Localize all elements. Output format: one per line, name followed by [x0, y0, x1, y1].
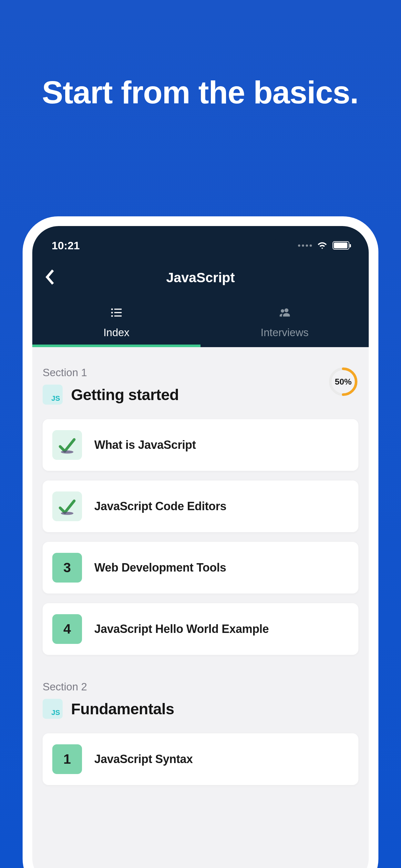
cellular-icon [298, 244, 312, 247]
tab-label: Index [103, 327, 129, 339]
section-label: Section 2 [42, 681, 174, 693]
lesson-item[interactable]: 3 Web Development Tools [42, 542, 359, 593]
battery-icon [333, 241, 349, 250]
lesson-title: JavaScript Hello World Example [94, 622, 269, 636]
svg-rect-1 [114, 308, 122, 310]
svg-rect-3 [114, 312, 122, 313]
list-icon [110, 306, 123, 321]
lesson-title: JavaScript Syntax [94, 752, 193, 766]
status-time: 10:21 [52, 239, 80, 252]
lesson-number-icon: 1 [52, 744, 82, 774]
svg-point-6 [284, 308, 288, 312]
header-bar: JavaScript [32, 258, 369, 297]
people-icon [278, 306, 291, 321]
lesson-title: JavaScript Code Editors [94, 500, 226, 513]
svg-point-10 [61, 451, 73, 454]
svg-point-11 [61, 512, 73, 515]
lesson-item[interactable]: 4 JavaScript Hello World Example [42, 603, 359, 655]
tabs: Index Interviews [32, 297, 369, 347]
js-badge-icon: JS [42, 699, 63, 719]
section-header: Section 1 JS Getting started 50% [42, 367, 359, 405]
section-label: Section 1 [42, 367, 179, 379]
checkmark-icon [52, 430, 82, 460]
phone-screen: 10:21 JavaScript Index [32, 226, 369, 868]
page-title: JavaScript [45, 270, 356, 285]
svg-point-0 [111, 308, 113, 310]
progress-ring: 50% [328, 367, 359, 397]
tab-interviews[interactable]: Interviews [201, 297, 369, 347]
phone-notch [125, 226, 276, 249]
lesson-item[interactable]: What is JavaScript [42, 419, 359, 471]
back-button[interactable] [45, 269, 55, 286]
svg-rect-5 [114, 315, 122, 316]
lesson-list: 1 JavaScript Syntax [42, 733, 359, 785]
progress-percent: 50% [335, 377, 351, 387]
checkmark-icon [52, 492, 82, 521]
lesson-item[interactable]: JavaScript Code Editors [42, 480, 359, 532]
status-indicators [298, 239, 349, 252]
lesson-title: What is JavaScript [94, 438, 196, 452]
js-badge-icon: JS [42, 384, 63, 405]
lesson-list: What is JavaScript JavaScript Code Edito… [42, 419, 359, 655]
lesson-item[interactable]: 1 JavaScript Syntax [42, 733, 359, 785]
lesson-title: Web Development Tools [94, 561, 226, 575]
tab-index[interactable]: Index [32, 297, 201, 347]
content[interactable]: Section 1 JS Getting started 50% [32, 347, 369, 785]
svg-point-2 [111, 312, 113, 313]
promo-headline: Start from the basics. [42, 74, 359, 111]
svg-point-4 [111, 315, 113, 316]
phone-frame: 10:21 JavaScript Index [23, 216, 378, 868]
lesson-number-icon: 3 [52, 553, 82, 583]
section-title: Fundamentals [71, 700, 174, 718]
wifi-icon [316, 239, 328, 252]
lesson-number-icon: 4 [52, 614, 82, 644]
section-header: Section 2 JS Fundamentals [42, 681, 359, 719]
svg-point-7 [281, 309, 284, 313]
tab-label: Interviews [260, 327, 309, 339]
section-title: Getting started [71, 386, 179, 404]
